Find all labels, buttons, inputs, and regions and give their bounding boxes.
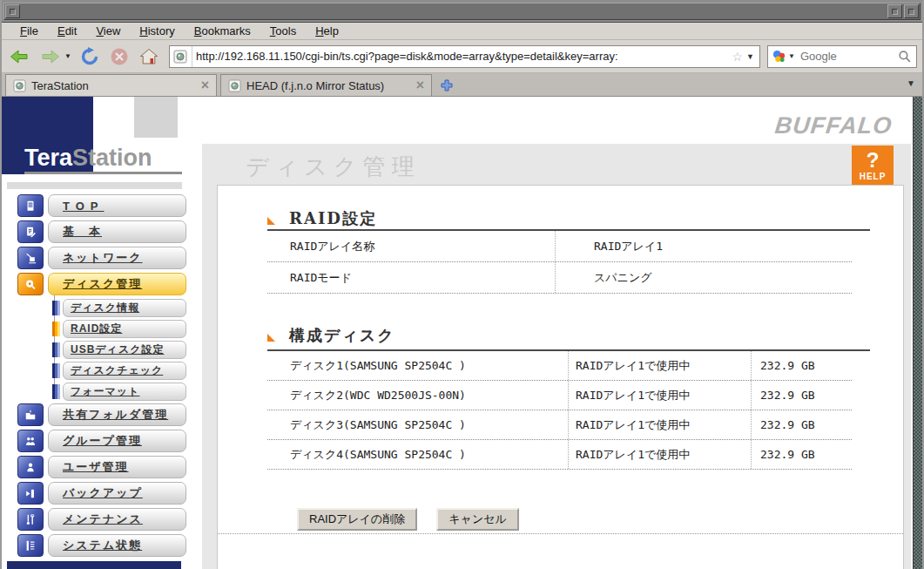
- submenu-marker-active-icon: [52, 322, 60, 336]
- submenu-marker-icon: [52, 301, 60, 315]
- google-logo-icon[interactable]: [772, 49, 786, 64]
- submenu-item-disk-check-label[interactable]: ディスクチェック: [63, 362, 186, 380]
- tab2-close-icon[interactable]: ×: [416, 78, 424, 92]
- sidebar-item-network[interactable]: ネットワーク: [17, 247, 186, 269]
- bottom-dotted-rule: [218, 533, 903, 534]
- search-input[interactable]: [799, 50, 897, 63]
- submenu-item-raid-settings-label[interactable]: RAID設定: [63, 320, 186, 338]
- cancel-button[interactable]: キャンセル: [436, 508, 519, 531]
- sidebar-item-maintenance-label[interactable]: メンテナンス: [48, 508, 186, 531]
- bookmark-star-icon[interactable]: ☆: [731, 50, 745, 64]
- submenu-item-disk-info-label[interactable]: ディスク情報: [63, 299, 186, 317]
- reload-button[interactable]: [77, 44, 103, 70]
- forward-button[interactable]: [37, 44, 63, 70]
- window-menu-button[interactable]: [5, 4, 20, 18]
- content-panel: RAID設定 RAIDアレイ名称 RAIDアレイ1 RAIDモード スパニング: [217, 185, 904, 569]
- menu-tools[interactable]: Tools: [260, 24, 306, 37]
- stop-button[interactable]: [106, 44, 132, 70]
- sidebar-item-basic[interactable]: 基 本: [17, 220, 186, 243]
- page-header-band: ディスク管理 ? HELP: [202, 144, 911, 186]
- sidebar-item-disk-management[interactable]: ディスク管理: [17, 273, 186, 295]
- sidebar-item-group-management-label[interactable]: グループ管理: [48, 430, 186, 452]
- back-history-dropdown[interactable]: ▼: [64, 52, 71, 60]
- url-favicon-box: [170, 46, 192, 67]
- logo-underline: [24, 172, 182, 174]
- stop-icon: [109, 46, 130, 67]
- list-all-tabs-icon[interactable]: ▼: [907, 78, 915, 88]
- titlebar-inner: [3, 3, 921, 20]
- tab-bar: TeraStation × HEAD (f.j.n.o Mirror Statu…: [2, 73, 922, 97]
- home-button[interactable]: [136, 44, 162, 70]
- raid-array-name-label: RAIDアレイ名称: [267, 231, 556, 261]
- sidebar-item-basic-label[interactable]: 基 本: [48, 220, 186, 243]
- sidebar-item-system-status[interactable]: システム状態: [17, 534, 186, 557]
- disk3-size: 232.9 GB: [752, 418, 852, 431]
- disks-section-title: 構成ディスク: [289, 325, 395, 346]
- disk-magnifier-icon: [17, 273, 44, 295]
- submenu-item-disk-check[interactable]: ディスクチェック: [52, 362, 186, 380]
- maximize-button[interactable]: [904, 4, 919, 18]
- navigation-toolbar: ▼ ☆ ▼: [2, 40, 922, 73]
- sidebar-item-disk-management-label[interactable]: ディスク管理: [48, 273, 186, 295]
- group-icon: [17, 430, 44, 452]
- submenu-item-format-label[interactable]: フォーマット: [63, 383, 186, 401]
- raid-mode-value: スパニング: [556, 270, 852, 286]
- delete-raid-array-button[interactable]: RAIDアレイの削除: [297, 508, 417, 531]
- minimize-button[interactable]: [887, 4, 902, 18]
- table-row: ディスク1(SAMSUNG SP2504C ) RAIDアレイ1で使用中 232…: [267, 351, 852, 381]
- browser-window: File Edit View History Bookmarks Tools H…: [0, 0, 924, 569]
- system-status-icon: [17, 534, 44, 557]
- disks-table: ディスク1(SAMSUNG SP2504C ) RAIDアレイ1で使用中 232…: [267, 351, 852, 470]
- disk4-status: RAIDアレイ1で使用中: [569, 440, 752, 469]
- logo-station: Station: [72, 145, 152, 171]
- window-menu-icon: [10, 9, 16, 15]
- submenu-item-raid-settings[interactable]: RAID設定: [52, 320, 186, 338]
- url-dropdown-icon[interactable]: ▼: [745, 52, 759, 61]
- menu-file[interactable]: File: [10, 24, 48, 37]
- vertical-scrollbar[interactable]: [913, 97, 922, 569]
- menu-history[interactable]: History: [130, 24, 184, 37]
- tab-terastation[interactable]: TeraStation ×: [5, 74, 217, 96]
- sidebar-item-maintenance[interactable]: メンテナンス: [17, 508, 186, 531]
- sidebar-item-system-status-label[interactable]: システム状態: [48, 534, 186, 557]
- table-row: ディスク2(WDC WD2500JS-00N) RAIDアレイ1で使用中 232…: [267, 381, 852, 410]
- tab-head-mirror-status[interactable]: HEAD (f.j.n.o Mirror Status) ×: [220, 74, 432, 96]
- help-button[interactable]: ? HELP: [852, 146, 894, 185]
- raid-settings-table: RAIDアレイ名称 RAIDアレイ1 RAIDモード スパニング: [267, 231, 852, 294]
- help-button-label: HELP: [860, 172, 887, 181]
- menu-bookmarks[interactable]: Bookmarks: [185, 24, 260, 37]
- new-tab-button[interactable]: [435, 74, 458, 96]
- menu-bar: File Edit View History Bookmarks Tools H…: [2, 23, 922, 40]
- sidebar-item-backup[interactable]: バックアップ: [17, 482, 186, 505]
- menu-view[interactable]: View: [86, 24, 130, 37]
- sidebar-item-backup-label[interactable]: バックアップ: [48, 482, 186, 505]
- window-titlebar[interactable]: [2, 0, 922, 23]
- sidebar-item-top-label[interactable]: TOP: [48, 194, 186, 217]
- sidebar-item-user-management-label[interactable]: ユーザ管理: [48, 456, 186, 478]
- sidebar-item-top[interactable]: TOP: [17, 194, 186, 217]
- submenu-item-disk-info[interactable]: ディスク情報: [52, 299, 186, 317]
- tab1-close-icon[interactable]: ×: [201, 78, 209, 92]
- decor-gray-square: [134, 97, 178, 138]
- submenu-item-usb-disk-label[interactable]: USBディスク設定: [63, 341, 186, 359]
- page-favicon-icon: [173, 50, 187, 64]
- submenu-item-format[interactable]: フォーマット: [52, 383, 186, 401]
- url-input[interactable]: [192, 50, 731, 63]
- back-button[interactable]: [7, 44, 33, 70]
- menu-edit[interactable]: Edit: [48, 24, 86, 37]
- home-icon: [138, 46, 159, 67]
- search-magnifier-icon[interactable]: [897, 49, 912, 64]
- sidebar: TeraStation TOP 基 本 ネットワーク: [2, 97, 202, 569]
- sidebar-item-group-management[interactable]: グループ管理: [17, 430, 186, 452]
- table-row: RAIDモード スパニング: [267, 262, 852, 294]
- disk-submenu: ディスク情報 RAID設定 USBディスク設定 ディスクチェック: [52, 299, 186, 401]
- disk4-size: 232.9 GB: [752, 448, 852, 461]
- sidebar-item-shared-folders[interactable]: 共有フォルダ管理: [17, 403, 186, 426]
- menu-help[interactable]: Help: [306, 24, 348, 37]
- sidebar-item-network-label[interactable]: ネットワーク: [48, 247, 186, 269]
- search-engine-dropdown-icon[interactable]: ▼: [786, 52, 799, 60]
- back-arrow-icon: [9, 46, 31, 67]
- sidebar-item-user-management[interactable]: ユーザ管理: [17, 456, 186, 478]
- submenu-item-usb-disk[interactable]: USBディスク設定: [52, 341, 186, 359]
- sidebar-item-shared-folders-label[interactable]: 共有フォルダ管理: [48, 403, 186, 426]
